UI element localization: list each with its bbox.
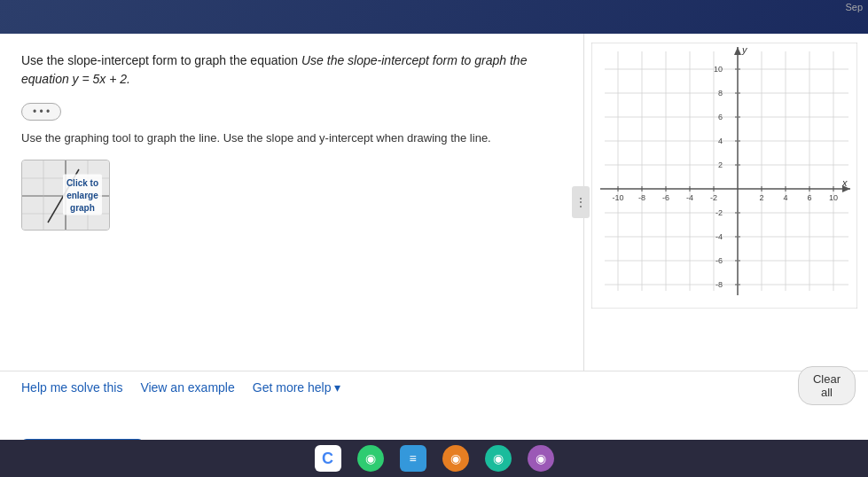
help-row: Help me solve this View an example Get m… — [0, 371, 868, 395]
sep-label: Sep — [845, 2, 863, 12]
svg-text:6: 6 — [718, 113, 723, 121]
svg-text:-2: -2 — [716, 208, 723, 217]
svg-text:-6: -6 — [716, 256, 723, 265]
svg-text:2: 2 — [718, 160, 723, 169]
svg-text:-4: -4 — [716, 232, 723, 241]
view-example-link[interactable]: View an example — [140, 380, 234, 395]
svg-text:-8: -8 — [716, 280, 723, 289]
svg-text:10: 10 — [714, 65, 723, 74]
equation: Use the slope-intercept form to graph th… — [21, 53, 527, 86]
grid-svg: y x 10 8 6 4 2 -2 -4 -6 -8 -10 -8 - — [591, 43, 857, 309]
coordinate-grid[interactable]: y x 10 8 6 4 2 -2 -4 -6 -8 -10 -8 - — [591, 43, 857, 309]
left-panel: Use the slope-intercept form to graph th… — [0, 34, 584, 371]
svg-text:8: 8 — [718, 89, 723, 98]
svg-text:6: 6 — [807, 193, 811, 202]
clear-all-button[interactable]: Clear all — [798, 366, 856, 405]
svg-text:-6: -6 — [662, 193, 669, 202]
svg-text:2: 2 — [759, 193, 763, 202]
taskbar-icon-3[interactable]: ≡ — [400, 445, 426, 472]
svg-text:-10: -10 — [612, 193, 623, 202]
question-instruction: Use the slope-intercept form to graph th… — [21, 51, 562, 89]
taskbar-icon-4[interactable]: ◉ — [442, 445, 469, 472]
taskbar-icon-5[interactable]: ◉ — [485, 445, 512, 472]
click-to-enlarge-label[interactable]: Click to enlarge graph — [63, 174, 102, 215]
svg-text:x: x — [841, 177, 848, 188]
svg-text:4: 4 — [718, 137, 723, 145]
graph-thumbnail[interactable]: Click to enlarge graph — [21, 160, 110, 231]
taskbar-chrome-icon[interactable]: C — [315, 445, 341, 472]
taskbar-icon-6[interactable]: ◉ — [528, 445, 554, 472]
ellipsis-button[interactable]: • • • — [21, 103, 61, 121]
svg-text:-8: -8 — [638, 193, 645, 202]
taskbar: C ◉ ≡ ◉ ◉ ◉ — [0, 440, 868, 477]
get-more-help-link[interactable]: Get more help ▾ — [253, 380, 341, 395]
taskbar-icon-2[interactable]: ◉ — [357, 445, 384, 472]
top-bar: Sep — [0, 0, 868, 34]
collapse-button[interactable]: ⋮ — [572, 186, 590, 218]
right-panel: ⋮ — [584, 34, 868, 371]
help-me-solve-link[interactable]: Help me solve this — [21, 380, 122, 395]
svg-text:10: 10 — [829, 193, 838, 202]
svg-text:4: 4 — [783, 193, 787, 202]
svg-text:-2: -2 — [710, 193, 717, 202]
svg-text:-4: -4 — [686, 193, 693, 202]
graphing-instruction: Use the graphing tool to graph the line.… — [21, 129, 562, 147]
svg-rect-8 — [591, 43, 857, 309]
